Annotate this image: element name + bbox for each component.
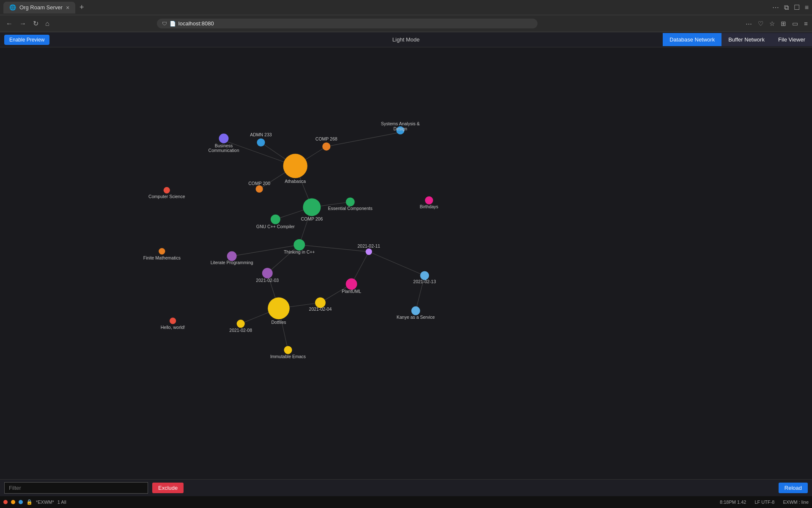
node-immutable-emacs[interactable]: [284, 346, 292, 354]
reload-button[interactable]: Reload: [779, 483, 808, 493]
back-button[interactable]: ←: [4, 18, 14, 29]
node-athabasca[interactable]: [283, 154, 307, 178]
node-kanye[interactable]: [411, 306, 420, 315]
tab-file-viewer[interactable]: File Viewer: [771, 33, 812, 46]
status-workspace[interactable]: *EXWM*: [36, 500, 54, 505]
node-computer-science[interactable]: [164, 187, 170, 193]
label-immutable-emacs: Immutable Emacs: [270, 354, 306, 359]
browser-toolbar: ← → ↻ ⌂ 🛡 📄 ⋯ ♡ ☆ ⊞ ▭ ≡: [0, 15, 812, 32]
app-bar-left: Enable Preview: [0, 35, 54, 45]
svg-line-13: [369, 252, 425, 276]
label-comp200: COMP 200: [248, 181, 270, 186]
maximize-icon[interactable]: ☐: [794, 3, 800, 11]
node-dotfiles[interactable]: [268, 298, 290, 320]
status-dot-blue: [19, 500, 23, 504]
new-tab-button[interactable]: +: [77, 3, 87, 12]
label-admn233: ADMN 233: [250, 132, 272, 137]
app-bar: Enable Preview Light Mode Database Netwo…: [0, 32, 812, 47]
node-hello-world[interactable]: [170, 318, 176, 324]
light-mode-toggle[interactable]: Light Mode: [392, 36, 420, 43]
browser-titlebar: 🌐 Org Roam Server × + ⋯ ⧉ ☐ ≡: [0, 0, 812, 15]
window-icon[interactable]: ▭: [792, 20, 798, 28]
node-date-2021-02-13[interactable]: [420, 271, 429, 280]
toolbar-right: ⋯ ♡ ☆ ⊞ ▭ ≡: [746, 20, 808, 28]
label-finite-math: Finite Mathematics: [143, 255, 181, 260]
status-desktop: 1 All: [58, 500, 66, 505]
label-date-2021-02-08: 2021-02-08: [229, 328, 252, 333]
node-date-2021-02-03[interactable]: [262, 268, 273, 279]
node-literate-prog[interactable]: [227, 251, 237, 261]
address-bar-container: 🛡 📄: [157, 19, 538, 28]
tab-area: 🌐 Org Roam Server × +: [3, 2, 769, 14]
bottom-bar: Exclude Reload: [0, 479, 812, 496]
node-date-2021-02-04[interactable]: [315, 298, 326, 308]
label-business-comm: Business: [215, 143, 233, 148]
page-icon: 📄: [170, 21, 176, 27]
enable-preview-button[interactable]: Enable Preview: [4, 35, 49, 45]
extensions-icon[interactable]: ⋯: [746, 20, 752, 28]
node-comp268[interactable]: [322, 143, 330, 151]
node-birthdays[interactable]: [425, 196, 433, 204]
grid-icon[interactable]: ⊞: [781, 20, 786, 28]
forward-button[interactable]: →: [18, 18, 28, 29]
node-date-2021-02-11[interactable]: [365, 248, 372, 255]
node-admn233[interactable]: [257, 138, 265, 146]
sidebar-icon[interactable]: ⧉: [784, 4, 789, 11]
reload-button[interactable]: ↻: [31, 18, 40, 29]
node-finite-math[interactable]: [159, 248, 165, 254]
filter-input[interactable]: [4, 482, 148, 494]
star-icon[interactable]: ☆: [769, 20, 775, 28]
status-bar: 🔒 *EXWM* 1 All 8:18PM 1.42 LF UTF-8 EXWM…: [0, 496, 812, 508]
label-date-2021-02-03: 2021-02-03: [256, 278, 279, 283]
tab-database-network[interactable]: Database Network: [663, 33, 721, 46]
node-thinking-cpp[interactable]: [294, 239, 305, 251]
app-bar-nav: Database Network Buffer Network File Vie…: [663, 33, 812, 46]
label-date-2021-02-11: 2021-02-11: [357, 243, 380, 248]
label-kanye: Kanye as a Service: [397, 315, 435, 320]
label-computer-science: Computer Science: [148, 194, 185, 199]
status-time: 8:18PM 1.42: [720, 500, 746, 505]
tab-buffer-network[interactable]: Buffer Network: [721, 33, 771, 46]
network-graph[interactable]: Athabasca COMP 206 ADMN 233 COMP 268 Bus…: [0, 47, 812, 484]
svg-line-14: [416, 276, 425, 311]
menu-icon[interactable]: ≡: [805, 4, 809, 11]
minimize-icon[interactable]: ⋯: [772, 3, 779, 11]
home-button[interactable]: ⌂: [44, 18, 51, 29]
label-birthdays: Birthdays: [420, 204, 439, 209]
svg-line-9: [232, 245, 299, 256]
label-hello-world: Hello, world!: [161, 325, 185, 330]
browser-controls: ⋯ ⧉ ☐ ≡: [772, 3, 809, 11]
status-right: 8:18PM 1.42 LF UTF-8 EXWM : line: [720, 500, 809, 505]
hamburger-icon[interactable]: ≡: [804, 20, 808, 27]
node-comp200[interactable]: [256, 185, 263, 193]
svg-line-10: [267, 245, 299, 273]
status-dot-red: [3, 500, 8, 504]
node-plantuml[interactable]: [346, 279, 357, 290]
status-mode: EXWM : line: [783, 500, 809, 505]
node-essential-components[interactable]: [346, 198, 355, 207]
node-date-2021-02-08[interactable]: [237, 320, 245, 328]
node-systems-analysis[interactable]: [396, 126, 404, 134]
network-area: Athabasca COMP 206 ADMN 233 COMP 268 Bus…: [0, 47, 812, 484]
label-systems-analysis: Systems Analysis &: [381, 121, 420, 126]
status-encoding: LF UTF-8: [754, 500, 774, 505]
label-athabasca: Athabasca: [285, 179, 306, 184]
tab-close-button[interactable]: ×: [66, 4, 69, 11]
status-lock-icon: 🔒: [26, 499, 33, 505]
svg-line-5: [326, 133, 401, 146]
exclude-button[interactable]: Exclude: [152, 483, 184, 493]
node-business-comm[interactable]: [219, 134, 229, 144]
label-business-comm2: Communication: [208, 148, 239, 153]
browser-tab[interactable]: 🌐 Org Roam Server ×: [3, 2, 75, 14]
tab-favicon: 🌐: [9, 4, 16, 11]
svg-line-11: [299, 245, 369, 251]
bookmark-heart-icon[interactable]: ♡: [758, 20, 763, 28]
label-comp206: COMP 206: [301, 216, 323, 221]
node-comp206[interactable]: [303, 198, 321, 216]
address-bar[interactable]: [178, 20, 532, 27]
nodes[interactable]: Athabasca COMP 206 ADMN 233 COMP 268 Bus…: [143, 121, 439, 359]
label-essential-components: Essential Components: [328, 206, 373, 211]
node-gnu-cpp[interactable]: [271, 215, 280, 224]
tab-title: Org Roam Server: [19, 4, 63, 11]
label-dotfiles: Dotfiles: [271, 320, 286, 325]
